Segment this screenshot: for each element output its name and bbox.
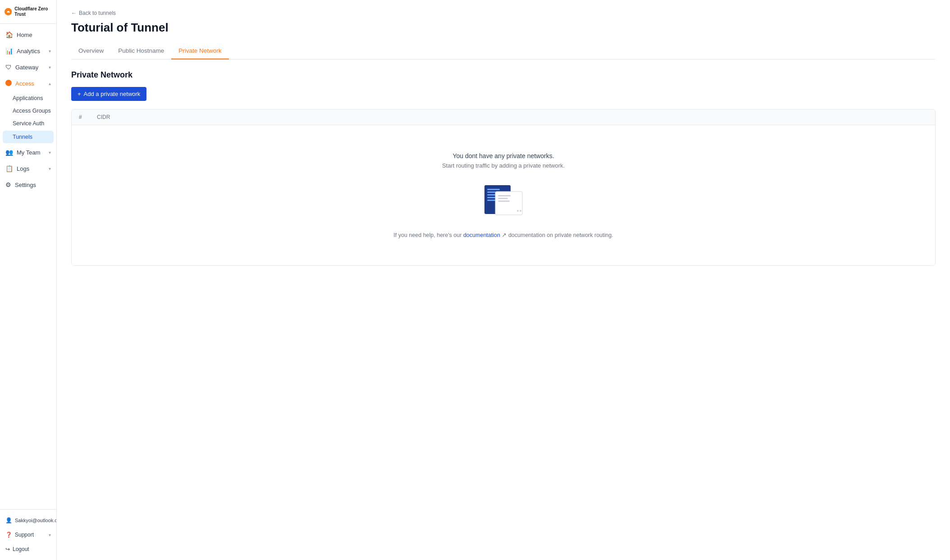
applications-label: Applications xyxy=(13,95,43,101)
back-arrow-icon: ← xyxy=(71,10,77,16)
empty-help-suffix: documentation on private network routing… xyxy=(508,232,613,238)
logs-chevron-icon: ▾ xyxy=(49,166,51,171)
tunnels-label: Tunnels xyxy=(13,134,32,140)
svg-point-12 xyxy=(517,210,519,212)
empty-help: If you need help, here's our documentati… xyxy=(393,232,613,238)
user-email: Sakkyoi@outlook.c... xyxy=(15,518,57,523)
my-team-chevron-icon: ▾ xyxy=(49,150,51,155)
sidebar-item-home[interactable]: 🏠 Home xyxy=(0,27,56,43)
access-chevron-icon: ▴ xyxy=(49,81,51,86)
support-chevron-icon: ▾ xyxy=(49,533,51,537)
sidebar-nav: 🏠 Home 📊 Analytics ▾ 🛡 Gateway ▾ xyxy=(0,24,56,509)
sidebar-logout[interactable]: ↪ Logout xyxy=(0,542,56,556)
sidebar-item-tunnels[interactable]: Tunnels xyxy=(3,131,54,143)
app-name: Cloudflare Zero Trust xyxy=(14,6,52,17)
tab-overview[interactable]: Overview xyxy=(71,43,111,59)
home-icon: 🏠 xyxy=(5,31,13,38)
col-cidr: CIDR xyxy=(97,114,110,120)
back-link-label: Back to tunnels xyxy=(79,10,116,16)
cloudflare-logo-icon xyxy=(5,7,12,16)
gateway-icon: 🛡 xyxy=(5,64,12,71)
back-link[interactable]: ← Back to tunnels xyxy=(71,10,116,16)
sidebar-item-gateway[interactable]: 🛡 Gateway ▾ xyxy=(0,59,56,75)
logout-label: Logout xyxy=(13,546,29,552)
analytics-chevron-icon: ▾ xyxy=(49,49,51,54)
support-icon: ❓ xyxy=(5,532,12,538)
gateway-chevron-icon: ▾ xyxy=(49,65,51,70)
sidebar-item-service-auth[interactable]: Service Auth xyxy=(0,117,56,130)
main-content: ← Back to tunnels Toturial of Tunnel Ove… xyxy=(57,0,950,560)
access-groups-label: Access Groups xyxy=(13,108,51,114)
network-illustration-icon xyxy=(481,182,526,218)
col-hash: # xyxy=(79,114,97,120)
sidebar-logo[interactable]: Cloudflare Zero Trust xyxy=(0,0,56,24)
private-network-table: # CIDR You dont have any private network… xyxy=(71,109,936,266)
svg-rect-11 xyxy=(498,200,510,202)
sidebar-item-settings[interactable]: ⚙ Settings xyxy=(0,177,56,193)
sidebar-item-my-team[interactable]: 👥 My Team ▾ xyxy=(0,144,56,160)
table-header: # CIDR xyxy=(72,109,935,125)
sidebar-logs-label: Logs xyxy=(17,165,29,172)
sidebar-analytics-label: Analytics xyxy=(17,48,40,55)
sidebar: Cloudflare Zero Trust 🏠 Home 📊 Analytics… xyxy=(0,0,57,560)
svg-rect-3 xyxy=(487,189,500,190)
sidebar-settings-label: Settings xyxy=(15,182,36,188)
svg-rect-10 xyxy=(498,198,508,199)
sidebar-item-logs[interactable]: 📋 Logs ▾ xyxy=(0,160,56,177)
my-team-icon: 👥 xyxy=(5,149,13,156)
user-icon: 👤 xyxy=(5,517,12,524)
sidebar-myteam-label: My Team xyxy=(17,149,41,156)
svg-point-1 xyxy=(5,80,12,86)
sidebar-user[interactable]: 👤 Sakkyoi@outlook.c... ▾ xyxy=(0,513,56,528)
service-auth-label: Service Auth xyxy=(13,120,44,127)
empty-help-prefix: If you need help, here's our xyxy=(393,232,461,238)
tab-public-hostname[interactable]: Public Hostname xyxy=(111,43,171,59)
access-icon xyxy=(5,80,12,87)
add-icon: + xyxy=(78,91,81,97)
access-submenu: Applications Access Groups Service Auth … xyxy=(0,92,56,143)
section-title: Private Network xyxy=(71,70,936,80)
svg-rect-6 xyxy=(487,197,496,198)
logs-icon: 📋 xyxy=(5,165,13,172)
sidebar-home-label: Home xyxy=(17,32,32,38)
add-button-label: Add a private network xyxy=(84,91,141,97)
tab-private-network[interactable]: Private Network xyxy=(171,43,228,59)
settings-icon: ⚙ xyxy=(5,181,11,188)
sidebar-bottom: 👤 Sakkyoi@outlook.c... ▾ ❓ Support ▾ ↪ L… xyxy=(0,509,56,560)
empty-state: You dont have any private networks. Star… xyxy=(72,125,935,265)
empty-subtitle: Start routing traffic by adding a privat… xyxy=(442,162,565,169)
empty-title: You dont have any private networks. xyxy=(452,152,554,159)
tabs-bar: Overview Public Hostname Private Network xyxy=(71,43,936,59)
analytics-icon: 📊 xyxy=(5,47,13,55)
empty-illustration xyxy=(481,182,526,219)
sidebar-item-access-groups[interactable]: Access Groups xyxy=(0,105,56,117)
svg-point-13 xyxy=(520,210,521,212)
sidebar-item-access[interactable]: Access ▴ xyxy=(0,75,56,92)
external-link-icon: ↗ xyxy=(502,232,508,238)
add-private-network-button[interactable]: + Add a private network xyxy=(71,87,146,101)
page-title: Toturial of Tunnel xyxy=(71,21,936,35)
documentation-link[interactable]: documentation xyxy=(463,232,500,238)
sidebar-gateway-label: Gateway xyxy=(15,64,38,71)
sidebar-item-analytics[interactable]: 📊 Analytics ▾ xyxy=(0,43,56,59)
sidebar-access-label: Access xyxy=(15,80,34,87)
sidebar-item-applications[interactable]: Applications xyxy=(0,92,56,105)
support-label: Support xyxy=(15,532,34,538)
sidebar-support[interactable]: ❓ Support ▾ xyxy=(0,528,56,542)
logout-icon: ↪ xyxy=(5,546,10,552)
svg-rect-9 xyxy=(498,195,511,196)
